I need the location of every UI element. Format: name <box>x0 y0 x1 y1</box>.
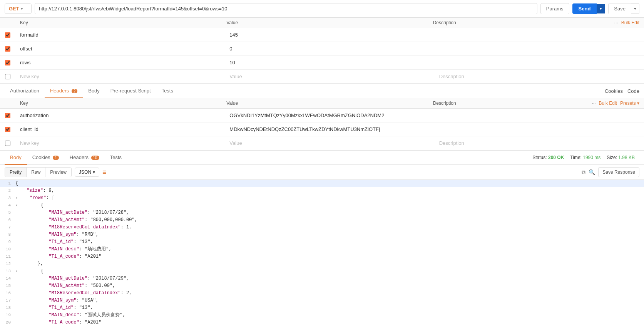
tab-pre-request[interactable]: Pre-request Script <box>105 84 156 98</box>
params-bulk-edit[interactable]: Bulk Edit <box>621 20 639 25</box>
save-arrow-button[interactable]: ▾ <box>631 3 639 14</box>
save-main-button[interactable]: Save <box>608 3 631 14</box>
headers-presets[interactable]: Presets ▾ <box>620 101 639 106</box>
cookies-link[interactable]: Cookies <box>605 88 623 94</box>
fold-arrow-3[interactable]: ▾ <box>15 196 18 200</box>
params-row-1-checkbox-cell[interactable] <box>0 43 15 55</box>
params-row-1-key: offset <box>15 43 225 55</box>
line-number-3: 3 <box>3 195 15 202</box>
line-number-20: 20 <box>3 319 15 326</box>
response-headers-badge: 10 <box>91 156 99 160</box>
tab-authorization[interactable]: Authorization <box>5 84 45 98</box>
headers-row-1-checkbox-cell[interactable] <box>0 124 15 135</box>
params-row-0-checkbox[interactable] <box>5 32 10 38</box>
line-content-8: "MAIN_sym": "RMB", <box>15 231 641 238</box>
request-tabs-row: Authorization Headers 2 Body Pre-request… <box>0 84 644 98</box>
line-number-19: 19 <box>3 312 15 319</box>
response-tab-headers[interactable]: Headers 10 <box>64 151 105 165</box>
copy-icon[interactable]: ⧉ <box>582 169 585 176</box>
params-row-1-checkbox[interactable] <box>5 46 10 52</box>
body-right: ⧉ 🔍 Save Response <box>582 167 639 177</box>
headers-row-0-checkbox-cell[interactable] <box>0 110 15 121</box>
response-tab-cookies[interactable]: Cookies 1 <box>27 151 64 165</box>
line-number-1: 1 <box>3 180 15 187</box>
response-tabs-row: Body Cookies 1 Headers 10 Tests Status: … <box>0 151 644 165</box>
params-row-2-checkbox-cell[interactable] <box>0 57 15 69</box>
code-line-17: 17 "MAIN_sym": "USA", <box>0 297 644 304</box>
headers-key-header: Key <box>20 101 226 106</box>
code-line-7: 7 "M18ReservedCol_dataIndex": 1, <box>0 224 644 231</box>
params-row-2-checkbox[interactable] <box>5 60 10 65</box>
response-tab-body[interactable]: Body <box>5 151 27 165</box>
tab-tests[interactable]: Tests <box>156 84 179 98</box>
code-line-19: 19 "MAIN_desc": "面试人员伙食费", <box>0 312 644 319</box>
line-content-12: }, <box>15 260 641 268</box>
code-line-14: 14 "MAIN_actDate": "2018/07/29", <box>0 275 644 282</box>
params-row-0-checkbox-cell[interactable] <box>0 29 15 41</box>
line-number-7: 7 <box>3 224 15 231</box>
line-number-14: 14 <box>3 275 15 282</box>
line-content-16: "M18ReservedCol_dataIndex": 2, <box>15 290 641 297</box>
size-label: Size: 1.98 KB <box>607 155 639 160</box>
headers-new-key[interactable]: New key <box>15 137 225 149</box>
params-row-0-key: formatId <box>15 29 225 41</box>
headers-row-1-value: MDkwNDcyNDEtNDQzZC00ZTUwLTkwZDYtNDkwMTU3… <box>225 123 434 135</box>
headers-more-icon[interactable]: ··· <box>592 101 596 106</box>
code-link[interactable]: Code <box>627 88 639 94</box>
line-number-13: 13 <box>3 268 15 275</box>
format-pretty-btn[interactable]: Pretty <box>5 168 27 177</box>
response-status: Status: 200 OK Time: 1990 ms Size: 1.98 … <box>532 155 639 160</box>
fold-arrow-4[interactable]: ▾ <box>15 203 18 208</box>
save-response-button[interactable]: Save Response <box>598 167 639 177</box>
headers-bulk-edit[interactable]: Bulk Edit <box>599 101 617 106</box>
json-format-label: JSON <box>79 169 91 175</box>
params-row-2-key: rows <box>15 57 225 69</box>
json-format-select[interactable]: JSON ▾ <box>75 168 99 177</box>
line-number-17: 17 <box>3 297 15 304</box>
search-icon[interactable]: 🔍 <box>589 169 595 175</box>
line-number-2: 2 <box>3 187 15 195</box>
format-preview-btn[interactable]: Preview <box>45 168 71 177</box>
line-number-4: 4 <box>3 202 15 209</box>
params-row-0: formatId 145 <box>0 28 644 42</box>
send-button-group: Send ▾ <box>572 3 606 14</box>
params-new-value[interactable]: Value <box>225 70 434 82</box>
params-new-checkbox[interactable] <box>5 74 10 79</box>
tab-headers[interactable]: Headers 2 <box>45 84 83 98</box>
headers-new-checkbox[interactable] <box>5 141 10 146</box>
params-new-checkbox-cell[interactable] <box>0 71 15 82</box>
line-number-10: 10 <box>3 246 15 253</box>
code-line-2: 2 "size": 9, <box>0 187 644 195</box>
format-raw-btn[interactable]: Raw <box>27 168 45 177</box>
headers-row-1-checkbox[interactable] <box>5 127 10 132</box>
line-content-1: { <box>15 180 641 187</box>
headers-new-value[interactable]: Value <box>225 137 434 149</box>
line-content-2: "size": 9, <box>15 187 641 195</box>
headers-badge: 2 <box>72 89 78 93</box>
response-tab-tests[interactable]: Tests <box>105 151 127 165</box>
headers-row-1-desc <box>435 126 644 132</box>
send-arrow-button[interactable]: ▾ <box>597 4 605 13</box>
line-content-14: "MAIN_actDate": "2018/07/29", <box>15 275 641 282</box>
params-row-2-desc <box>435 60 644 66</box>
params-new-key[interactable]: New key <box>15 70 225 82</box>
params-row-2-value: 10 <box>225 57 434 69</box>
method-select[interactable]: GET ▾ <box>5 3 32 14</box>
wrap-icon[interactable]: ≡ <box>102 168 107 176</box>
params-new-desc[interactable]: Description <box>435 70 644 82</box>
line-content-19: "MAIN_desc": "面试人员伙食费", <box>15 312 641 319</box>
params-button[interactable]: Params <box>540 3 569 14</box>
params-row-1-desc <box>435 46 644 52</box>
url-input[interactable] <box>35 3 537 14</box>
send-main-button[interactable]: Send <box>572 3 597 14</box>
headers-new-checkbox-cell[interactable] <box>0 138 15 149</box>
code-line-4: 4▾ { <box>0 202 644 209</box>
tab-body[interactable]: Body <box>83 84 105 98</box>
line-content-10: "MAIN_desc": "场地费用", <box>15 246 641 253</box>
line-content-5: "MAIN_actDate": "2018/07/28", <box>15 209 641 216</box>
line-number-6: 6 <box>3 216 15 224</box>
headers-row-0-checkbox[interactable] <box>5 113 10 118</box>
fold-arrow-13[interactable]: ▾ <box>15 269 18 273</box>
headers-new-desc[interactable]: Description <box>435 137 644 149</box>
params-more-icon[interactable]: ··· <box>614 20 618 25</box>
